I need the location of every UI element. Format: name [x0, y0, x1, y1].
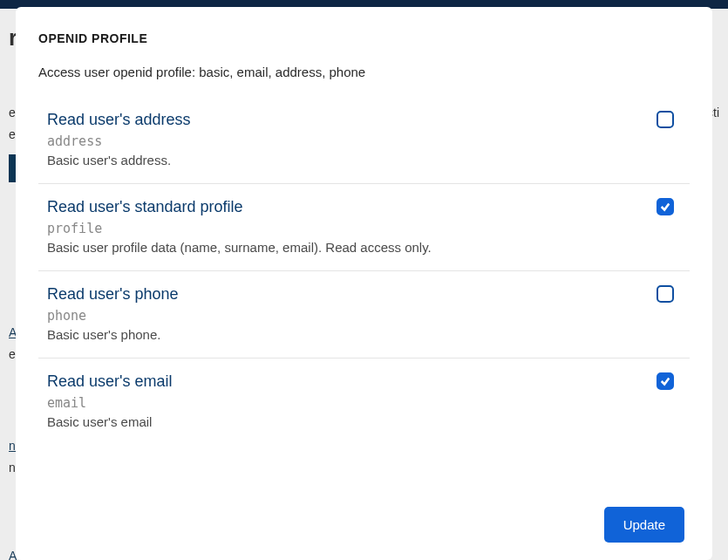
- permission-checkbox-phone[interactable]: [657, 285, 674, 303]
- permission-code: profile: [47, 221, 690, 236]
- permission-checkbox-address[interactable]: [657, 111, 674, 128]
- permission-desc: Basic user profile data (name, surname, …: [47, 240, 690, 255]
- permission-item-address: Read user's address address Basic user's…: [38, 97, 690, 184]
- permission-item-profile: Read user's standard profile profile Bas…: [38, 184, 690, 271]
- permission-desc: Basic user's email: [47, 414, 690, 429]
- permission-code: email: [47, 395, 690, 411]
- update-button[interactable]: Update: [604, 507, 684, 543]
- dialog-subtitle: Access user openid profile: basic, email…: [38, 65, 690, 79]
- permission-item-email: Read user's email email Basic user's ema…: [38, 359, 690, 445]
- permission-desc: Basic user's phone.: [47, 327, 690, 342]
- permission-title: Read user's standard profile: [47, 198, 690, 216]
- permission-desc: Basic user's address.: [47, 153, 690, 167]
- permission-code: phone: [47, 308, 690, 324]
- check-icon: [660, 201, 670, 212]
- dialog-footer: Update: [38, 488, 690, 543]
- permission-checkbox-profile[interactable]: [657, 198, 674, 215]
- permission-title: Read user's address: [47, 111, 690, 129]
- permission-checkbox-email[interactable]: [657, 372, 674, 390]
- permission-code: address: [47, 133, 690, 149]
- permission-title: Read user's phone: [47, 285, 690, 304]
- permission-title: Read user's email: [47, 372, 690, 391]
- check-icon: [660, 376, 670, 386]
- openid-profile-dialog: OPENID PROFILE Access user openid profil…: [16, 7, 712, 560]
- permission-item-phone: Read user's phone phone Basic user's pho…: [38, 271, 690, 359]
- dialog-title: OPENID PROFILE: [38, 31, 690, 45]
- permission-list: Read user's address address Basic user's…: [38, 97, 690, 488]
